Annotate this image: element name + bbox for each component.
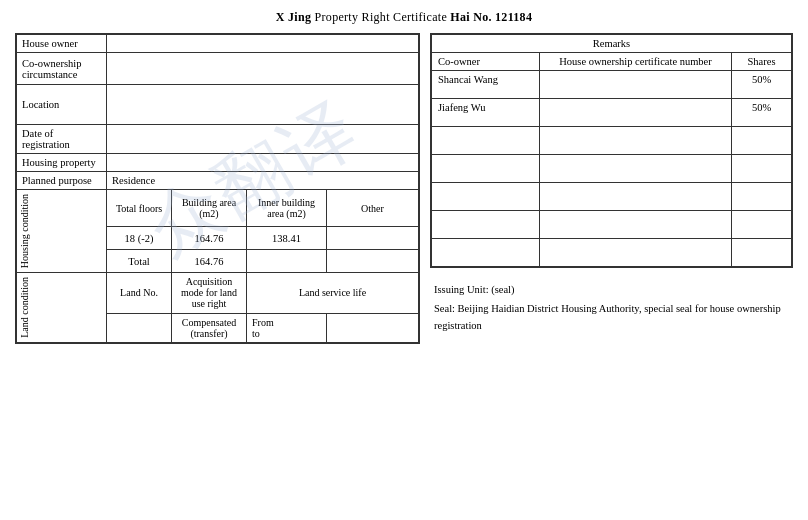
document-title: X Jing Property Right Certificate Hai No…	[276, 10, 532, 25]
building-area-value: 164.76	[172, 227, 247, 250]
table-row-co-ownership: Co-ownership circumstance	[17, 53, 419, 85]
total-floors-value: 18 (-2)	[107, 227, 172, 250]
col-shares: Shares	[732, 53, 792, 71]
planned-purpose-label: Planned purpose	[17, 172, 107, 190]
total-value: 164.76	[172, 250, 247, 273]
co-owner-1: Shancai Wang	[432, 71, 540, 99]
empty-cell-8	[540, 183, 732, 211]
empty-cell-2	[540, 127, 732, 155]
date-value	[107, 125, 419, 154]
total-other-empty	[327, 250, 419, 273]
shares-2: 50%	[732, 99, 792, 127]
col-co-owner: Co-owner	[432, 53, 540, 71]
remarks-empty-row-3	[432, 183, 792, 211]
housing-property-value	[107, 154, 419, 172]
remarks-empty-row-2	[432, 155, 792, 183]
right-section: Remarks Co-owner House ownership certifi…	[430, 33, 793, 344]
location-label: Location	[17, 85, 107, 125]
table-row-location: Location	[17, 85, 419, 125]
empty-cell-7	[432, 183, 540, 211]
col-certificate: House ownership certificate number	[540, 53, 732, 71]
house-owner-label: House owner	[17, 35, 107, 53]
co-owner-2: Jiafeng Wu	[432, 99, 540, 127]
table-row-planned-purpose: Planned purpose Residence	[17, 172, 419, 190]
issuing-unit-line1: Issuing Unit: (seal)	[434, 282, 789, 299]
land-no-value	[107, 313, 172, 342]
land-condition-section-label: Land condition	[17, 273, 107, 343]
other-header: Other	[327, 190, 419, 227]
empty-cell-12	[732, 211, 792, 239]
land-no-header: Land No.	[107, 273, 172, 313]
table-row-house-owner: House owner	[17, 35, 419, 53]
empty-cell-1	[432, 127, 540, 155]
shares-1: 50%	[732, 71, 792, 99]
total-label: Total	[107, 250, 172, 273]
building-area-header: Building area (m2)	[172, 190, 247, 227]
remarks-empty-row-4	[432, 211, 792, 239]
remarks-empty-row-5	[432, 239, 792, 267]
empty-cell-15	[732, 239, 792, 267]
certificate-2	[540, 99, 732, 127]
main-content: House owner Co-ownership circumstance Lo…	[15, 33, 793, 344]
total-floors-header: Total floors	[107, 190, 172, 227]
remarks-header-row: Remarks	[432, 35, 792, 53]
date-label: Date of registration	[17, 125, 107, 154]
left-table: House owner Co-ownership circumstance Lo…	[15, 33, 420, 344]
table-row-date: Date of registration	[17, 125, 419, 154]
empty-cell-4	[432, 155, 540, 183]
empty-cell-5	[540, 155, 732, 183]
other-value	[327, 227, 419, 250]
inner-building-area-header: Inner building area (m2)	[247, 190, 327, 227]
empty-cell-10	[432, 211, 540, 239]
page: X Jing Property Right Certificate Hai No…	[0, 0, 808, 520]
housing-property-label: Housing property	[17, 154, 107, 172]
certificate-1	[540, 71, 732, 99]
remarks-header: Remarks	[432, 35, 792, 53]
land-service-to	[327, 313, 419, 342]
co-ownership-value	[107, 53, 419, 85]
empty-cell-11	[540, 211, 732, 239]
acquisition-mode-value: Compensated (transfer)	[172, 313, 247, 342]
land-service-from: From to	[247, 313, 327, 342]
remarks-table: Remarks Co-owner House ownership certifi…	[430, 33, 793, 268]
table-row-housing-property: Housing property	[17, 154, 419, 172]
remarks-data-row-2: Jiafeng Wu 50%	[432, 99, 792, 127]
remarks-col-header-row: Co-owner House ownership certificate num…	[432, 53, 792, 71]
issuing-unit: Issuing Unit: (seal) Seal: Beijing Haidi…	[430, 280, 793, 336]
inner-building-area-value: 138.41	[247, 227, 327, 250]
house-owner-value	[107, 35, 419, 53]
co-ownership-label: Co-ownership circumstance	[17, 53, 107, 85]
housing-condition-section-label: Housing condition	[17, 190, 107, 273]
table-row-housing-condition-header: Housing condition Total floors Building …	[17, 190, 419, 227]
remarks-data-row-1: Shancai Wang 50%	[432, 71, 792, 99]
empty-cell-6	[732, 155, 792, 183]
planned-purpose-value: Residence	[107, 172, 419, 190]
table-row-land-condition-header: Land condition Land No. Acquisition mode…	[17, 273, 419, 313]
acquisition-mode-header: Acquisition mode for land use right	[172, 273, 247, 313]
land-service-life-header: Land service life	[247, 273, 419, 313]
issuing-unit-line2: Seal: Beijing Haidian District Housing A…	[434, 301, 789, 335]
location-value	[107, 85, 419, 125]
empty-cell-9	[732, 183, 792, 211]
remarks-empty-row-1	[432, 127, 792, 155]
empty-cell-14	[540, 239, 732, 267]
empty-cell-3	[732, 127, 792, 155]
empty-cell-13	[432, 239, 540, 267]
total-inner-empty	[247, 250, 327, 273]
